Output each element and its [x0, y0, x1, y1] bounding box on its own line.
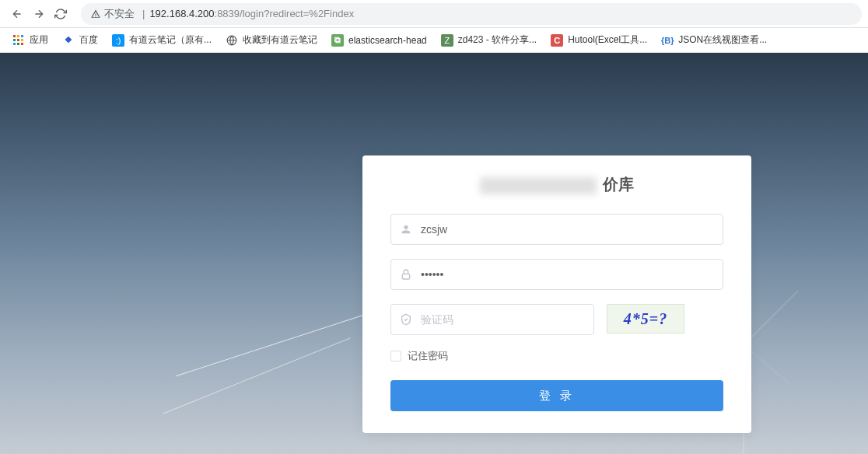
login-button[interactable]: 登 录 [390, 380, 723, 411]
zd-icon: Z [441, 34, 453, 47]
reload-icon [54, 8, 67, 20]
svg-rect-8 [21, 43, 23, 45]
json-icon: {B} [661, 34, 674, 47]
url-path: /login?redirect=%2Findex [240, 8, 354, 19]
title-suffix: 价库 [603, 176, 634, 193]
security-warning: 不安全 [90, 7, 135, 21]
apps-label: 应用 [30, 33, 48, 47]
bookmark-json[interactable]: {B} JSON在线视图查看... [655, 30, 773, 50]
svg-line-12 [744, 291, 798, 345]
svg-rect-5 [21, 39, 23, 41]
bookmark-label: JSON在线视图查看... [678, 33, 767, 47]
bookmark-label: 百度 [79, 33, 98, 47]
svg-rect-2 [21, 35, 23, 37]
bookmark-zd[interactable]: Z zd423 - 软件分享... [435, 30, 543, 50]
bookmark-youdao[interactable]: :) 有道云笔记（原有... [106, 30, 218, 50]
user-icon [400, 223, 412, 236]
bookmark-es[interactable]: ⧉ elasticsearch-head [325, 31, 433, 50]
arrow-left-icon [11, 8, 23, 20]
username-input[interactable] [390, 214, 723, 245]
page-background: 价库 4*5=? 记住密码 登 录 [0, 53, 868, 454]
title-blurred-part [480, 177, 597, 194]
svg-rect-16 [402, 274, 409, 279]
apps-icon [12, 34, 25, 47]
warning-icon [90, 9, 101, 19]
bookmark-hutool[interactable]: C Hutool(Excel工具... [544, 30, 653, 50]
bookmark-youdao-fav[interactable]: 收藏到有道云笔记 [219, 30, 324, 50]
forward-button[interactable] [28, 3, 50, 25]
globe-icon [226, 34, 238, 47]
reload-button[interactable] [50, 3, 72, 25]
arrow-right-icon [33, 8, 45, 20]
trail-line [176, 313, 369, 376]
es-icon: ⧉ [331, 34, 344, 47]
svg-rect-0 [13, 35, 16, 37]
svg-rect-4 [17, 39, 19, 41]
bookmark-label: zd423 - 软件分享... [458, 33, 537, 47]
login-title: 价库 [390, 174, 723, 195]
captcha-image[interactable]: 4*5=? [607, 304, 684, 334]
bookmark-label: Hutool(Excel工具... [568, 33, 647, 47]
url-host: 192.168.4.200 [149, 8, 214, 19]
apps-button[interactable]: 应用 [6, 30, 54, 50]
bookmark-baidu[interactable]: ❖ 百度 [56, 30, 104, 50]
login-panel: 价库 4*5=? 记住密码 登 录 [362, 155, 751, 433]
svg-rect-7 [17, 43, 19, 45]
bookmark-label: elasticsearch-head [348, 35, 427, 46]
bookmark-label: 有道云笔记（原有... [129, 33, 212, 47]
youdao-icon: :) [112, 34, 124, 47]
svg-rect-6 [13, 43, 16, 45]
baidu-icon: ❖ [62, 34, 75, 47]
url-port: :8839 [215, 8, 240, 19]
hutool-icon: C [551, 34, 563, 47]
address-bar[interactable]: 不安全 | 192.168.4.200:8839/login?redirect=… [81, 3, 862, 25]
password-input[interactable] [390, 259, 723, 290]
bookmark-label: 收藏到有道云笔记 [243, 33, 317, 47]
back-button[interactable] [6, 3, 28, 25]
url-separator: | [142, 8, 145, 19]
svg-rect-3 [13, 39, 16, 41]
lock-icon [400, 268, 412, 281]
security-text: 不安全 [104, 7, 135, 21]
remember-label[interactable]: 记住密码 [408, 349, 448, 363]
bookmarks-bar: 应用 ❖ 百度 :) 有道云笔记（原有... 收藏到有道云笔记 ⧉ elasti… [0, 28, 868, 53]
shield-check-icon [400, 313, 412, 326]
remember-checkbox[interactable] [390, 351, 401, 361]
captcha-input[interactable] [390, 304, 594, 335]
svg-rect-1 [17, 35, 19, 37]
